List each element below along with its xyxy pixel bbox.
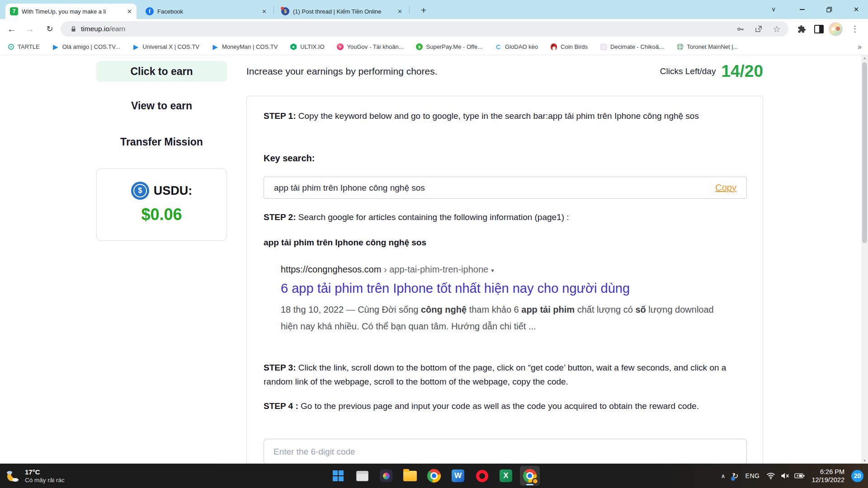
result-dropdown-caret-icon: ▾	[491, 267, 494, 274]
superpay-icon: $	[416, 43, 423, 51]
scrollbar-down-arrow[interactable]: ▼	[861, 459, 868, 463]
taskbar-app-window[interactable]	[352, 466, 372, 486]
side-panel-icon[interactable]	[811, 19, 826, 39]
bookmark-ola-amigo[interactable]: ▶Olá amigo | COS.TV...	[52, 43, 120, 51]
hidden-icons-chevron[interactable]: ∧	[721, 473, 726, 479]
excel-button[interactable]: X	[496, 466, 516, 486]
weather-widget[interactable]: 17°C Có mây rải rác	[5, 464, 65, 488]
tab-title: With TimeUp, you may make a li	[22, 8, 123, 15]
weather-condition: Có mây rải rác	[25, 476, 65, 484]
tab-timeup[interactable]: 7 With TimeUp, you may make a li ✕	[5, 4, 137, 19]
tab-close-icon[interactable]: ✕	[127, 8, 132, 15]
sync-icon[interactable]: ↻	[732, 472, 738, 480]
start-button[interactable]	[328, 466, 348, 486]
forum-favicon-icon: $	[281, 7, 289, 15]
bookmark-coin-birds[interactable]: Coin Birds	[550, 43, 588, 51]
system-tray: ∧ ↻ ENG 6:26 PM 12/19/2022	[721, 464, 863, 488]
keyword-text: app tải phim trên Iphone công nghệ sos	[274, 183, 425, 193]
clock[interactable]: 6:26 PM 12/19/2022	[811, 468, 844, 484]
forward-button[interactable]: →	[22, 19, 38, 39]
copy-link[interactable]: Copy	[715, 183, 736, 193]
notification-badge[interactable]: 20	[851, 470, 863, 482]
bookmark-glodao[interactable]: CGloDAO kèo	[495, 43, 538, 51]
file-explorer-button[interactable]	[400, 466, 420, 486]
step1-text: STEP 1: Copy the keyword below and go to…	[264, 109, 748, 123]
tab-close-icon[interactable]: ✕	[397, 8, 402, 15]
chrome-menu-icon[interactable]: ⋮	[848, 19, 862, 39]
url-text: timeup.io/earn	[81, 25, 125, 33]
browser-tab-strip: 7 With TimeUp, you may make a li ✕ f Fac…	[0, 0, 868, 19]
chrome-button[interactable]	[424, 466, 444, 486]
weather-moon-clouds-icon	[5, 468, 21, 483]
extensions-puzzle-icon[interactable]	[794, 19, 809, 39]
share-icon[interactable]	[754, 25, 763, 33]
tab-search-chevron-icon[interactable]: ∨	[771, 5, 776, 13]
tab-separator	[409, 6, 410, 14]
clicks-left-value: 14/20	[721, 62, 763, 81]
folder-icon	[403, 471, 417, 481]
restore-icon	[826, 7, 832, 13]
word-button[interactable]: W	[448, 466, 468, 486]
chrome-icon	[427, 469, 441, 483]
opera-icon	[476, 470, 488, 482]
sidebar-item-click-to-earn[interactable]: Click to earn	[96, 61, 227, 82]
weather-temperature: 17°C	[25, 468, 65, 476]
coin-birds-icon	[550, 43, 557, 51]
bookmarks-bar: TARTLE ▶Olá amigo | COS.TV... ▶Universal…	[0, 39, 868, 55]
volume-muted-icon	[780, 472, 789, 479]
yougov-icon: Y	[337, 43, 344, 51]
key-search-label: Key search:	[264, 151, 748, 165]
sidebar-item-view-to-earn[interactable]: View to earn	[96, 100, 227, 112]
back-button[interactable]: ←	[4, 19, 20, 39]
balance-label: USDU:	[154, 184, 193, 198]
wifi-icon	[766, 472, 775, 479]
facebook-favicon-icon: f	[146, 7, 154, 15]
bookmark-ultix[interactable]: ULTIX.IO	[290, 43, 324, 51]
google-result-preview: https://congnghesos.com › app-tai-phim-t…	[281, 264, 733, 335]
saved-password-key-icon[interactable]	[736, 25, 745, 33]
chrome-active-button[interactable]	[520, 466, 540, 486]
quick-settings[interactable]	[766, 472, 805, 479]
tab-close-icon[interactable]: ✕	[262, 8, 267, 15]
language-indicator[interactable]: ENG	[745, 472, 760, 479]
bookmark-universal-x[interactable]: ▶Universal X | COS.TV	[132, 43, 199, 51]
scrollbar-thumb[interactable]	[862, 62, 867, 243]
window-restore-button[interactable]	[818, 0, 840, 19]
chore-panel: STEP 1: Copy the keyword below and go to…	[246, 96, 763, 464]
profile-avatar[interactable]	[827, 19, 844, 39]
bookmark-tartle[interactable]: TARTLE	[7, 43, 40, 51]
bookmark-toronet[interactable]: Toronet MainNet |...	[676, 43, 738, 51]
windows-logo-icon	[333, 470, 344, 481]
page-scrollbar[interactable]: ▲ ▼	[861, 55, 868, 464]
gray-window-icon	[356, 471, 368, 481]
code-input[interactable]	[264, 439, 747, 464]
reload-button[interactable]: ↻	[42, 19, 58, 39]
address-bar[interactable]: timeup.io/earn ☆	[61, 21, 788, 37]
excel-icon: X	[500, 469, 512, 482]
bookmark-superpay[interactable]: $SuperPay.Me - Offe...	[416, 43, 483, 51]
ultix-hexagon-icon	[290, 43, 297, 51]
opera-button[interactable]	[472, 466, 492, 486]
lock-icon[interactable]	[71, 26, 76, 33]
sidebar-item-transfer-mission[interactable]: Transfer Mission	[96, 136, 227, 148]
costv-play-icon: ▶	[132, 43, 140, 51]
result-url: https://congnghesos.com › app-tai-phim-t…	[281, 264, 733, 275]
tab-forum[interactable]: $ (1) Post thread | Kiếm Tiền Online ✕	[277, 4, 407, 19]
bookmark-yougov[interactable]: YYouGov - Tài khoản...	[337, 43, 404, 51]
taskbar-photos-app[interactable]	[376, 466, 396, 486]
bookmark-decimate[interactable]: Decimate - Chiko&...	[600, 43, 664, 51]
window-close-button[interactable]: ✕	[845, 0, 867, 19]
bookmark-moneyman[interactable]: ▶MoneyMan | COS.TV	[212, 43, 278, 51]
bookmarks-overflow-chevron[interactable]: »	[858, 43, 862, 51]
browser-toolbar: ← → ↻ timeup.io/earn	[0, 19, 868, 39]
new-tab-button[interactable]: +	[417, 5, 430, 16]
tab-title: Facebook	[157, 8, 258, 15]
battery-charging-icon	[794, 473, 805, 479]
result-snippet: 18 thg 10, 2022 — Cùng Đời sống công ngh…	[281, 301, 733, 335]
tab-facebook[interactable]: f Facebook ✕	[141, 4, 271, 19]
bookmark-star-icon[interactable]: ☆	[772, 24, 781, 34]
window-minimize-button[interactable]	[791, 0, 813, 19]
earnings-subtitle: Increase your earnings by performing cho…	[246, 66, 438, 77]
scrollbar-up-arrow[interactable]: ▲	[861, 56, 868, 60]
timeup-favicon-icon: 7	[10, 7, 18, 15]
